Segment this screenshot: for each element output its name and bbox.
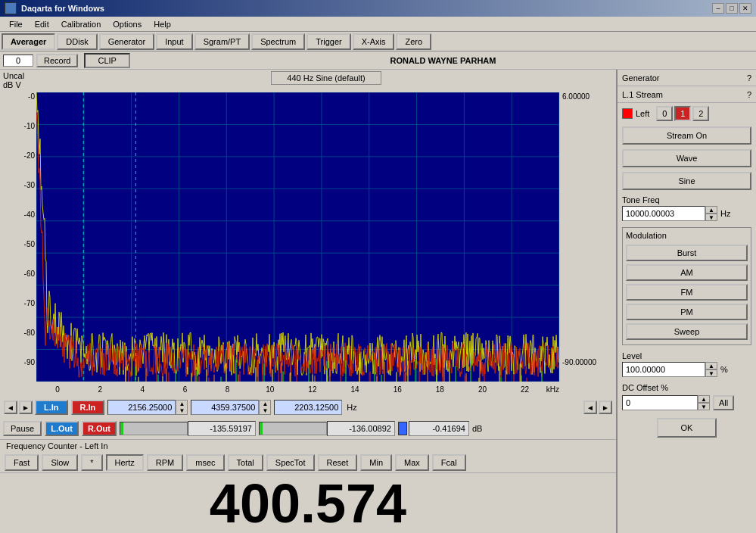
hz-unit-label: Hz [347, 403, 356, 412]
tone-freq-up[interactable]: ▲ [705, 206, 717, 214]
x-tick-6: 6 [163, 385, 206, 394]
menu-edit[interactable]: Edit [29, 18, 55, 30]
x-tick-20: 20 [461, 385, 503, 394]
nav-right2-button[interactable]: ► [599, 401, 612, 414]
tab-trigger[interactable]: Trigger [306, 33, 350, 50]
right-in-button[interactable]: R.In [71, 400, 105, 415]
pm-button[interactable]: PM [626, 304, 748, 320]
min-button[interactable]: Min [360, 454, 392, 471]
y-tick-60: -60 [2, 270, 35, 278]
fast-button[interactable]: Fast [5, 454, 39, 471]
spect-tot-button[interactable]: SpecTot [266, 454, 315, 471]
right-scale-bottom: -90.00000 [562, 358, 596, 366]
tab-xaxis[interactable]: X-Axis [353, 33, 395, 50]
burst-button[interactable]: Burst [626, 245, 748, 261]
app-icon [5, 2, 17, 14]
tab-generator[interactable]: Generator [99, 33, 155, 50]
tone-freq-spin[interactable]: ▲ ▼ [705, 206, 717, 221]
generator-help-icon[interactable]: ? [747, 73, 751, 83]
nav-fwd-button[interactable]: ► [19, 401, 33, 414]
menu-calibration[interactable]: Calibration [55, 18, 107, 30]
freq1-input[interactable] [107, 400, 176, 415]
left-in-button[interactable]: L.In [35, 400, 68, 415]
tab-zero[interactable]: Zero [396, 33, 431, 50]
record-button[interactable]: Record [36, 54, 78, 67]
dc-down[interactable]: ▼ [698, 403, 710, 410]
ok-button[interactable]: OK [657, 418, 717, 438]
app-title: Daqarta for Windows [21, 4, 712, 13]
dc-offset-input[interactable] [622, 395, 698, 410]
am-button[interactable]: AM [626, 264, 748, 281]
stream-title: L.1 Stream [622, 90, 663, 99]
x-tick-10: 10 [249, 385, 291, 394]
y-tick-70: -70 [2, 299, 35, 307]
level2-input[interactable] [327, 421, 395, 436]
freq3-input[interactable] [274, 400, 342, 415]
tab-sgrampt[interactable]: Sgram/PT [194, 33, 250, 50]
level-spin[interactable]: ▲ ▼ [705, 362, 717, 377]
slow-button[interactable]: Slow [42, 454, 78, 471]
tab-averager[interactable]: Averager [2, 33, 55, 50]
hertz-button[interactable]: Hertz [106, 454, 144, 471]
fm-button[interactable]: FM [626, 284, 748, 301]
freq2-input[interactable] [191, 400, 259, 415]
tab-spectrum[interactable]: Spectrum [251, 33, 305, 50]
tab-ddisk[interactable]: DDisk [57, 33, 97, 50]
level3-input[interactable] [409, 421, 469, 436]
freq-counter-row: Frequency Counter - Left In [0, 439, 616, 453]
menu-help[interactable]: Help [148, 18, 177, 30]
nav-back-button[interactable]: ◄ [4, 401, 17, 414]
tab-input[interactable]: Input [156, 33, 192, 50]
minimize-button[interactable]: – [712, 3, 724, 14]
channel-1-button[interactable]: 1 [674, 106, 691, 121]
right-scale: 6.00000 -90.00000 [559, 92, 616, 382]
y-axis-unit-label: dB V [3, 80, 39, 89]
pause-button[interactable]: Pause [3, 421, 42, 436]
x-tick-18: 18 [418, 385, 461, 394]
x-axis: 0 2 4 6 8 10 12 14 16 18 20 22 kHz [0, 382, 616, 397]
navigation-row: ◄ ► L.In R.In ▲▼ ▲▼ Hz ◄ ► [0, 397, 616, 418]
right-out-button[interactable]: R.Out [82, 421, 117, 436]
max-button[interactable]: Max [395, 454, 429, 471]
rpm-button[interactable]: RPM [147, 454, 183, 471]
tone-freq-down[interactable]: ▼ [705, 214, 717, 221]
y-tick-20: -20 [2, 151, 35, 160]
level-down[interactable]: ▼ [705, 369, 717, 377]
close-button[interactable]: ✕ [739, 3, 751, 14]
asterisk-button[interactable]: * [81, 454, 102, 471]
wave-button[interactable]: Wave [622, 149, 751, 167]
reset-button[interactable]: Reset [318, 454, 358, 471]
level-bar2-container [259, 422, 327, 435]
record-number-input[interactable] [3, 55, 33, 67]
menu-file[interactable]: File [3, 18, 29, 30]
x-tick-14: 14 [334, 385, 376, 394]
msec-button[interactable]: msec [186, 454, 224, 471]
nav-left2-button[interactable]: ◄ [583, 401, 597, 414]
level-input[interactable] [622, 362, 705, 377]
ok-button-row: OK [618, 413, 756, 442]
level1-input[interactable] [188, 421, 256, 436]
stream-on-button[interactable]: Stream On [622, 126, 751, 145]
freq2-spin[interactable]: ▲▼ [259, 400, 271, 415]
level-up[interactable]: ▲ [705, 362, 717, 369]
fcal-button[interactable]: Fcal [432, 454, 466, 471]
level-indicator [398, 422, 407, 435]
sweep-button[interactable]: Sweep [626, 323, 748, 340]
dc-up[interactable]: ▲ [698, 395, 710, 403]
left-out-button[interactable]: L.Out [45, 421, 79, 436]
channel-label: Left [636, 109, 649, 118]
dc-offset-spin[interactable]: ▲ ▼ [698, 395, 710, 410]
total-button[interactable]: Total [228, 454, 263, 471]
maximize-button[interactable]: □ [726, 3, 738, 14]
all-button[interactable]: All [713, 395, 734, 410]
modulation-title: Modulation [626, 231, 748, 240]
sine-button[interactable]: Sine [622, 172, 751, 190]
channel-0-button[interactable]: 0 [656, 106, 673, 121]
stream-help-icon[interactable]: ? [747, 90, 751, 99]
x-tick-8: 8 [207, 385, 249, 394]
freq1-spin[interactable]: ▲▼ [176, 400, 188, 415]
channel-2-button[interactable]: 2 [692, 106, 709, 121]
menu-options[interactable]: Options [107, 18, 148, 30]
y-tick-0: -0 [2, 92, 35, 101]
tone-freq-input[interactable] [622, 206, 705, 221]
